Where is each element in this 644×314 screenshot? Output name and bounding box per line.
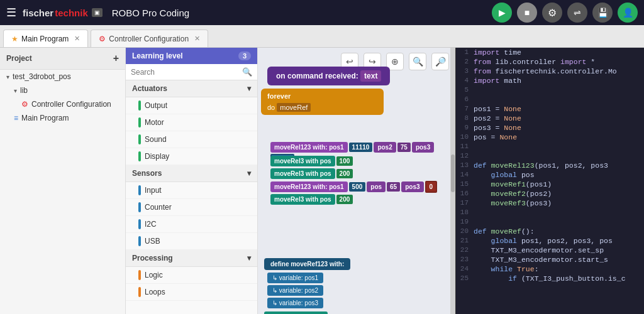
logo-technik: technik — [55, 8, 88, 18]
tree-label-controller-config: Controller Configuration — [31, 100, 111, 109]
tab-close-config[interactable]: ✕ — [194, 35, 200, 43]
block-item-sound-label: Sound — [145, 135, 167, 144]
pos2-label: pos2 — [374, 142, 396, 153]
block-item-usb[interactable]: USB — [126, 233, 257, 250]
save-button[interactable]: 💾 — [592, 3, 613, 23]
num-500[interactable]: 500 — [349, 182, 366, 192]
move-ref1-block[interactable]: moveRef1 with pos — [264, 311, 328, 314]
code-panel: 1 import time 2 from lib.controller impo… — [455, 48, 644, 314]
num-0[interactable]: 0 — [425, 181, 438, 193]
connect-button[interactable]: ⇌ — [567, 3, 587, 23]
loops-color-bar — [138, 287, 141, 297]
settings-button[interactable]: ⚙ — [542, 3, 562, 23]
add-project-icon[interactable]: + — [113, 53, 119, 64]
block-item-output[interactable]: Output — [126, 97, 257, 114]
code-line-24: 24 while True: — [456, 264, 644, 274]
tree-item-main-program[interactable]: ≡ Main Program — [0, 111, 125, 125]
topbar: ☰ fischertechnik ▣ ROBO Pro Coding ▶ ■ ⚙… — [0, 0, 644, 25]
block-item-loops[interactable]: Loops — [126, 284, 257, 301]
block-search[interactable]: 🔍 — [126, 64, 257, 80]
on-command-block[interactable]: on command received: text — [267, 67, 390, 85]
num-11110[interactable]: 11110 — [349, 143, 373, 152]
tab-controller-config[interactable]: ⚙ Controller Configuration ✕ — [91, 30, 208, 47]
user-button[interactable]: 👤 — [618, 3, 638, 23]
tree-label-main-program: Main Program — [21, 114, 69, 122]
block-item-usb-label: USB — [145, 237, 160, 246]
zoom-out-button[interactable]: 🔍 — [409, 53, 426, 70]
topbar-right: ▶ ■ ⚙ ⇌ 💾 👤 — [492, 3, 638, 23]
category-processing[interactable]: Processing ▾ — [126, 250, 257, 267]
block-item-counter[interactable]: Counter — [126, 199, 257, 216]
tree-item-controller-config[interactable]: ⚙ Controller Configuration — [0, 97, 125, 111]
block-item-motor[interactable]: Motor — [126, 114, 257, 131]
code-line-20: 20 def moveRef(): — [456, 227, 644, 236]
move-rel3-block-1[interactable]: moveRel3 with pos — [270, 156, 335, 166]
move-rel3-block-2[interactable]: moveRel3 with pos — [270, 168, 335, 179]
code-line-13: 13 def moveRel123(pos1, pos2, pos3 — [456, 161, 644, 170]
i2c-color-bar — [138, 219, 141, 229]
code-line-8: 8 pos2 = None — [456, 114, 644, 123]
code-line-6: 6 — [456, 95, 644, 104]
code-line-3: 3 from fischertechnik.controller.Mo — [456, 67, 644, 76]
code-line-19: 19 — [456, 217, 644, 227]
block-item-display[interactable]: Display — [126, 148, 257, 165]
num-65[interactable]: 65 — [387, 182, 400, 192]
variable-pos3-block[interactable]: ↳ variable: pos3 — [267, 298, 323, 308]
code-line-10: 10 pos = None — [456, 133, 644, 142]
block-item-sound[interactable]: Sound — [126, 131, 257, 148]
block-item-input-label: Input — [145, 186, 162, 195]
tab-close-main[interactable]: ✕ — [74, 35, 80, 43]
block-item-input[interactable]: Input — [126, 182, 257, 199]
do-block[interactable]: do moveRef — [264, 102, 381, 112]
stop-button[interactable]: ■ — [517, 3, 537, 23]
category-actuators[interactable]: Actuators ▾ — [126, 80, 257, 97]
block-item-output-label: Output — [145, 101, 167, 110]
counter-color-bar — [138, 202, 141, 212]
num-100[interactable]: 100 — [336, 156, 353, 166]
sidebar: Project + ▾ test_3drobot_pos ▾ lib ⚙ Con… — [0, 48, 126, 314]
tree-arrow-root: ▾ — [6, 73, 9, 80]
block-item-motor-label: Motor — [145, 118, 164, 127]
canvas-area[interactable]: ↩ ↪ ⊕ 🔍 🔎 on command received: text fore… — [258, 48, 455, 314]
code-line-11: 11 — [456, 142, 644, 151]
tree-icon-main: ≡ — [14, 114, 18, 122]
code-line-9: 9 pos3 = None — [456, 123, 644, 133]
code-line-18: 18 — [456, 208, 644, 217]
code-line-22: 22 TXT_M3_encodermotor.set_sp — [456, 246, 644, 255]
tree-label-root: test_3drobot_pos — [13, 72, 71, 81]
move-rel123-block-2[interactable]: moveRel123 with: pos1 — [270, 181, 348, 192]
category-processing-label: Processing — [132, 254, 173, 263]
code-line-1: 1 import time — [456, 48, 644, 57]
pos3-label-2: pos3 — [401, 181, 423, 192]
logo: fischertechnik ▣ — [23, 8, 103, 18]
block-item-i2c[interactable]: I2C — [126, 216, 257, 233]
num-200-1[interactable]: 200 — [336, 169, 353, 178]
move-rel123-block[interactable]: moveRel123 with: pos1 — [270, 142, 348, 153]
scrollbar-thumb[interactable] — [451, 154, 455, 192]
tree-arrow-lib: ▾ — [14, 87, 17, 94]
block-item-counter-label: Counter — [145, 203, 172, 212]
canvas-scrollbar[interactable] — [450, 48, 455, 314]
define-block[interactable]: define moveRef123 with: — [264, 258, 350, 270]
variable-pos1-block[interactable]: ↳ variable: pos1 — [267, 273, 323, 283]
category-processing-icon: ▾ — [247, 254, 251, 263]
num-200-2[interactable]: 200 — [336, 195, 353, 204]
tab-icon-main: ★ — [11, 35, 18, 43]
search-input[interactable] — [131, 68, 242, 77]
category-actuators-label: Actuators — [132, 84, 167, 93]
num-75[interactable]: 75 — [397, 143, 411, 152]
move-rel3-block-3[interactable]: moveRel3 with pos — [270, 194, 335, 205]
variable-pos2-block[interactable]: ↳ variable: pos2 — [267, 285, 323, 296]
play-button[interactable]: ▶ — [492, 3, 512, 23]
block-item-logic[interactable]: Logic — [126, 267, 257, 284]
logic-color-bar — [138, 270, 141, 280]
tab-main-program[interactable]: ★ Main Program ✕ — [3, 30, 88, 47]
category-sensors[interactable]: Sensors ▾ — [126, 165, 257, 182]
project-header: Project + — [0, 48, 125, 70]
zoom-in-button[interactable]: 🔎 — [431, 53, 449, 70]
tree-item-lib[interactable]: ▾ lib — [0, 84, 125, 97]
tree-item-root[interactable]: ▾ test_3drobot_pos — [0, 70, 125, 84]
hamburger-icon[interactable]: ☰ — [6, 6, 16, 19]
block-panel-title: Learning level — [132, 51, 183, 60]
tree-icon-config: ⚙ — [21, 100, 28, 109]
